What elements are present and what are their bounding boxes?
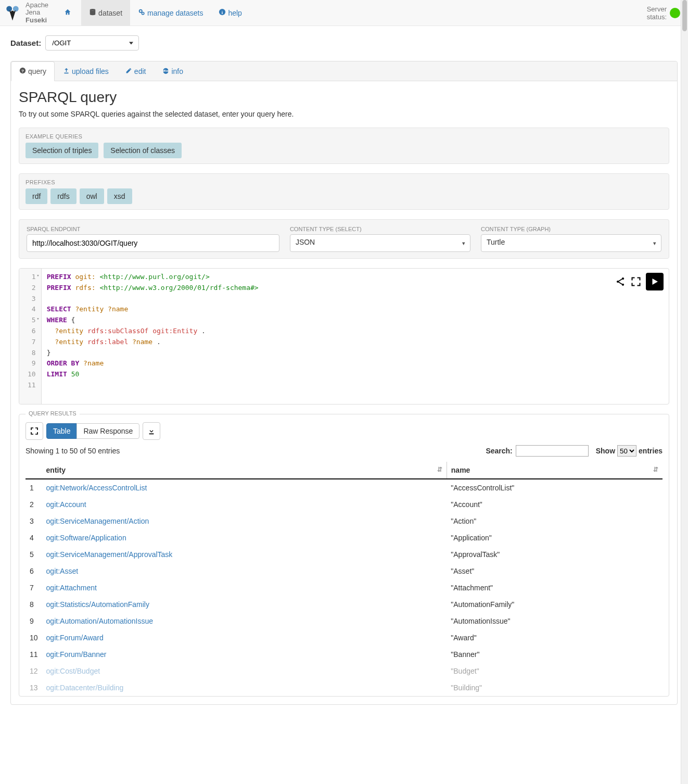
row-name: "Account"	[447, 496, 662, 513]
row-name: "AutomationIssue"	[447, 613, 662, 629]
results-legend: QUERY RESULTS	[26, 410, 80, 416]
row-name: "AutomationFamily"	[447, 596, 662, 613]
row-name: "Banner"	[447, 646, 662, 663]
entity-link[interactable]: ogit:Asset	[46, 567, 78, 575]
results-info: Showing 1 to 50 of 50 entries	[26, 447, 120, 455]
entity-link[interactable]: ogit:Cost/Budget	[46, 667, 100, 675]
row-number: 3	[26, 513, 42, 529]
content-select-label: CONTENT TYPE (SELECT)	[290, 226, 470, 232]
row-number: 1	[26, 479, 42, 496]
row-name: "AccessControlList"	[447, 479, 662, 496]
row-number: 10	[26, 629, 42, 646]
svg-point-4	[139, 10, 142, 12]
entity-link[interactable]: ogit:Software/Application	[46, 534, 126, 542]
row-entity: ogit:Forum/Award	[42, 629, 447, 646]
svg-point-3	[90, 9, 96, 11]
entity-link[interactable]: ogit:Automation/AutomationIssue	[46, 617, 153, 625]
col-rownum	[26, 462, 42, 479]
page-lead: To try out some SPARQL queries against t…	[19, 110, 669, 118]
entity-link[interactable]: ogit:ServiceManagement/ApprovalTask	[46, 550, 173, 559]
show-entries-select[interactable]: 50	[617, 445, 636, 457]
tab-info[interactable]: info	[154, 61, 192, 81]
row-number: 8	[26, 596, 42, 613]
tab-upload-label: upload files	[72, 67, 109, 75]
view-raw-button[interactable]: Raw Response	[77, 423, 139, 439]
col-name[interactable]: name	[447, 462, 662, 479]
run-query-button[interactable]	[646, 273, 664, 290]
row-entity: ogit:Network/AccessControlList	[42, 479, 447, 496]
entity-link[interactable]: ogit:Forum/Award	[46, 634, 104, 642]
tab-query-label: query	[28, 67, 46, 75]
row-entity: ogit:Cost/Budget	[42, 663, 447, 679]
table-row: 10ogit:Forum/Award"Award"	[26, 629, 662, 646]
editor-gutter: 1▾2345▾67891011	[19, 269, 42, 404]
nav-manage[interactable]: manage datasets	[130, 0, 211, 26]
cogs-icon	[138, 8, 145, 17]
row-name: "Award"	[447, 629, 662, 646]
nav-help[interactable]: i help	[211, 0, 249, 26]
row-number: 6	[26, 563, 42, 579]
col-entity[interactable]: entity	[42, 462, 447, 479]
row-name: "Building"	[447, 679, 662, 696]
sparql-editor: 1▾2345▾67891011 PREFIX ogit: <http://www…	[19, 268, 669, 404]
svg-line-13	[619, 279, 622, 281]
dataset-select[interactable]: /OGIT	[45, 35, 139, 50]
entity-link[interactable]: ogit:Datacenter/Building	[46, 684, 124, 692]
server-status-label: Server status:	[647, 5, 667, 21]
share-icon[interactable]	[615, 276, 626, 287]
row-entity: ogit:Software/Application	[42, 529, 447, 546]
prefix-owl-button[interactable]: owl	[80, 188, 104, 204]
entity-link[interactable]: ogit:Statistics/AutomationFamily	[46, 600, 149, 609]
fullscreen-icon[interactable]	[630, 276, 642, 287]
table-row: 5ogit:ServiceManagement/ApprovalTask"App…	[26, 546, 662, 563]
svg-line-14	[619, 282, 622, 284]
view-table-button[interactable]: Table	[46, 423, 77, 439]
prefixes-label: PREFIXES	[26, 179, 662, 185]
row-entity: ogit:Automation/AutomationIssue	[42, 613, 447, 629]
svg-point-0	[6, 6, 12, 11]
row-number: 5	[26, 546, 42, 563]
content-graph-label: CONTENT TYPE (GRAPH)	[481, 226, 661, 232]
prefix-xsd-button[interactable]: xsd	[107, 188, 132, 204]
entity-link[interactable]: ogit:Forum/Banner	[46, 650, 107, 659]
content-graph-dropdown[interactable]: Turtle	[481, 234, 661, 252]
svg-point-5	[142, 12, 144, 14]
nav-home[interactable]	[56, 0, 81, 26]
editor-code[interactable]: PREFIX ogit: <http://www.purl.org/ogit/>…	[42, 269, 669, 404]
content-select-dropdown[interactable]: JSON	[290, 234, 470, 252]
example-classes-button[interactable]: Selection of classes	[104, 143, 182, 158]
row-number: 2	[26, 496, 42, 513]
entity-link[interactable]: ogit:Network/AccessControlList	[46, 484, 147, 492]
navbar: Apache Jena Fuseki dataset manage datase…	[0, 0, 688, 26]
entity-link[interactable]: ogit:Account	[46, 500, 86, 509]
row-number: 7	[26, 579, 42, 596]
scrollbar[interactable]	[681, 0, 688, 725]
dataset-selected-value: /OGIT	[52, 39, 71, 47]
nav-dataset[interactable]: dataset	[81, 0, 130, 26]
entity-link[interactable]: ogit:Attachment	[46, 584, 97, 592]
tab-edit-label: edit	[134, 67, 146, 75]
table-row: 3ogit:ServiceManagement/Action"Action"	[26, 513, 662, 529]
prefix-rdf-button[interactable]: rdf	[26, 188, 47, 204]
dataset-tabs: ? query upload files edit info	[11, 61, 677, 81]
prefix-rdfs-button[interactable]: rdfs	[50, 188, 76, 204]
scrollbar-thumb[interactable]	[682, 0, 687, 31]
search-input[interactable]	[516, 445, 589, 457]
brand-line3: Fuseki	[26, 17, 48, 24]
dashboard-icon	[162, 67, 169, 75]
dataset-label: Dataset:	[10, 39, 41, 47]
endpoint-input[interactable]	[27, 234, 279, 252]
question-icon: ?	[19, 67, 26, 75]
results-fullscreen-button[interactable]	[26, 422, 43, 440]
example-triples-button[interactable]: Selection of triples	[26, 143, 98, 158]
row-entity: ogit:Asset	[42, 563, 447, 579]
download-button[interactable]	[143, 422, 160, 440]
tab-upload[interactable]: upload files	[55, 61, 117, 81]
table-row: 13ogit:Datacenter/Building"Building"	[26, 679, 662, 696]
entity-link[interactable]: ogit:ServiceManagement/Action	[46, 517, 149, 525]
tab-edit[interactable]: edit	[117, 61, 155, 81]
show-suffix: entries	[639, 447, 662, 455]
info-icon: i	[219, 8, 226, 17]
tab-query[interactable]: ? query	[11, 61, 55, 81]
row-name: "Asset"	[447, 563, 662, 579]
